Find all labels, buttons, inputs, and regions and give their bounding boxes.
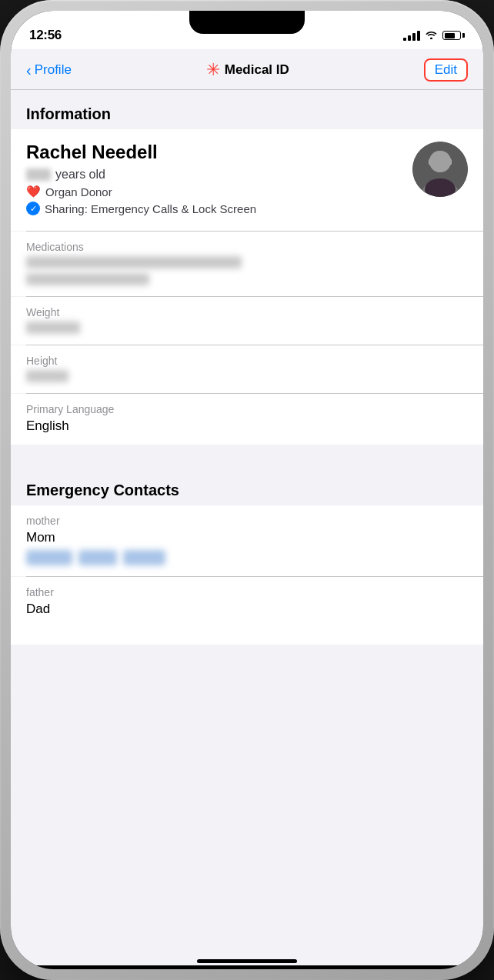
weight-line-1 xyxy=(26,322,80,334)
battery-icon xyxy=(442,31,465,40)
svg-rect-4 xyxy=(443,159,451,165)
phone-screen: 12:56 xyxy=(11,11,483,969)
svg-point-1 xyxy=(429,151,451,172)
medications-field: Medications xyxy=(11,232,483,296)
home-indicator xyxy=(197,959,297,963)
nav-title-text: Medical ID xyxy=(225,62,289,78)
status-icons xyxy=(403,29,465,42)
section-divider-emergency xyxy=(11,445,483,469)
weight-value-blurred xyxy=(26,322,468,334)
phone-frame: 12:56 xyxy=(0,0,494,980)
signal-icon xyxy=(403,31,420,41)
medical-asterisk-icon: ✳ xyxy=(206,60,220,80)
primary-language-value: English xyxy=(26,418,468,434)
medications-line-2 xyxy=(26,273,149,285)
height-label: Height xyxy=(26,355,468,367)
svg-rect-3 xyxy=(429,159,437,165)
father-name: Dad xyxy=(26,602,468,617)
contact-mother: mother Mom xyxy=(11,505,483,576)
status-bar: 12:56 xyxy=(11,11,483,49)
age-blurred xyxy=(26,168,51,181)
back-button[interactable]: ‹ Profile xyxy=(26,62,72,78)
weight-field: Weight xyxy=(11,297,483,345)
primary-language-field: Primary Language English xyxy=(11,394,483,445)
wifi-icon xyxy=(425,29,438,42)
chevron-left-icon: ‹ xyxy=(26,62,32,78)
status-time: 12:56 xyxy=(29,28,62,43)
phone-chip-2 xyxy=(78,550,117,565)
nav-bar: ‹ Profile ✳ Medical ID Edit xyxy=(11,49,483,90)
height-value-blurred xyxy=(26,370,468,382)
notch xyxy=(189,11,305,34)
height-field: Height xyxy=(11,345,483,393)
profile-section: Rachel Needell years old ❤️ Organ Donor … xyxy=(11,129,483,231)
medications-value-blurred xyxy=(26,256,468,285)
profile-avatar xyxy=(412,142,468,197)
heart-icon: ❤️ xyxy=(26,185,41,198)
organ-donor-row: ❤️ Organ Donor xyxy=(26,185,412,198)
scroll-content[interactable]: Information Rachel Needell years old ❤️ … xyxy=(11,90,483,965)
avatar-image xyxy=(412,142,468,197)
edit-button[interactable]: Edit xyxy=(424,58,468,82)
weight-label: Weight xyxy=(26,306,468,318)
check-icon: ✓ xyxy=(26,202,40,215)
medications-line-1 xyxy=(26,256,242,268)
back-label: Profile xyxy=(35,62,72,78)
mother-phone-blurred xyxy=(26,550,468,565)
nav-title: ✳ Medical ID xyxy=(206,60,289,80)
medications-label: Medications xyxy=(26,241,468,253)
mother-name: Mom xyxy=(26,530,468,545)
sharing-row: ✓ Sharing: Emergency Calls & Lock Screen xyxy=(26,202,412,215)
contact-father: father Dad xyxy=(11,577,483,645)
primary-language-label: Primary Language xyxy=(26,403,468,415)
phone-chip-3 xyxy=(123,550,165,565)
height-line-1 xyxy=(26,370,68,382)
emergency-contacts-header: Emergency Contacts xyxy=(26,482,468,499)
phone-chip-1 xyxy=(26,550,72,565)
information-section-header: Information xyxy=(11,90,483,129)
profile-name: Rachel Needell xyxy=(26,142,412,163)
profile-age: years old xyxy=(26,168,412,182)
profile-info: Rachel Needell years old ❤️ Organ Donor … xyxy=(26,142,412,215)
father-relationship-label: father xyxy=(26,586,468,598)
mother-relationship-label: mother xyxy=(26,515,468,527)
